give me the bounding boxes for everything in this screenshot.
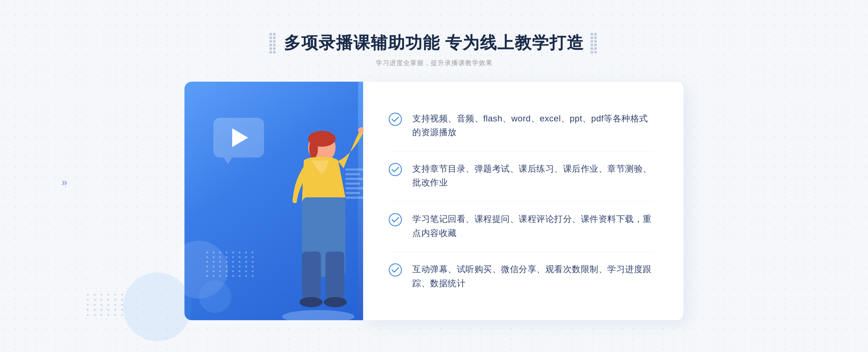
deco-circle-2 — [199, 280, 231, 313]
person-illustration — [251, 125, 363, 320]
page-wrapper: » 多项录播课辅助功能 专为线上教学打造 学习进度全掌握，提升录播课教学效果 — [0, 0, 868, 352]
svg-point-8 — [324, 297, 347, 307]
svg-point-2 — [309, 138, 318, 159]
feature-item-2: 支持章节目录、弹题考试、课后练习、课后作业、章节测验、批改作业 — [388, 151, 655, 200]
content-area: 支持视频、音频、flash、word、excel、ppt、pdf等各种格式的资源… — [184, 82, 684, 320]
feature-text-4: 互动弹幕、试听购买、微信分享、观看次数限制、学习进度跟踪、数据统计 — [412, 262, 655, 290]
feature-item-1: 支持视频、音频、flash、word、excel、ppt、pdf等各种格式的资源… — [388, 102, 655, 150]
svg-point-10 — [389, 113, 401, 125]
svg-rect-6 — [326, 252, 344, 299]
title-row: 多项录播课辅助功能 专为线上教学打造 — [269, 32, 599, 54]
illustration-card — [184, 82, 358, 320]
svg-point-11 — [389, 163, 401, 176]
svg-point-3 — [358, 127, 363, 133]
check-icon-2 — [388, 163, 402, 176]
svg-point-12 — [389, 214, 401, 226]
edge-arrows-icon: » — [61, 176, 66, 188]
svg-rect-5 — [302, 252, 321, 299]
svg-point-7 — [299, 297, 323, 307]
feature-text-3: 学习笔记回看、课程提问、课程评论打分、课件资料下载，重点内容收藏 — [412, 212, 655, 240]
check-icon-3 — [388, 213, 402, 227]
check-icon-1 — [388, 112, 402, 126]
dots-left-icon — [269, 33, 277, 53]
feature-text-1: 支持视频、音频、flash、word、excel、ppt、pdf等各种格式的资源… — [412, 112, 655, 139]
dots-right-icon — [591, 33, 599, 53]
features-card: 支持视频、音频、flash、word、excel、ppt、pdf等各种格式的资源… — [363, 82, 684, 320]
main-title: 多项录播课辅助功能 专为线上教学打造 — [284, 32, 584, 54]
svg-point-13 — [389, 264, 401, 276]
check-icon-4 — [388, 263, 402, 277]
big-circle-deco — [123, 272, 192, 341]
svg-point-9 — [282, 310, 354, 320]
feature-text-2: 支持章节目录、弹题考试、课后练习、课后作业、章节测验、批改作业 — [412, 162, 655, 190]
feature-item-3: 学习笔记回看、课程提问、课程评论打分、课件资料下载，重点内容收藏 — [388, 202, 655, 250]
feature-item-4: 互动弹幕、试听购买、微信分享、观看次数限制、学习进度跟踪、数据统计 — [388, 252, 655, 300]
corner-dots-deco — [87, 294, 125, 316]
play-triangle-icon — [232, 128, 248, 147]
subtitle: 学习进度全掌握，提升录播课教学效果 — [376, 59, 493, 67]
header-section: 多项录播课辅助功能 专为线上教学打造 学习进度全掌握，提升录播课教学效果 — [269, 32, 599, 67]
